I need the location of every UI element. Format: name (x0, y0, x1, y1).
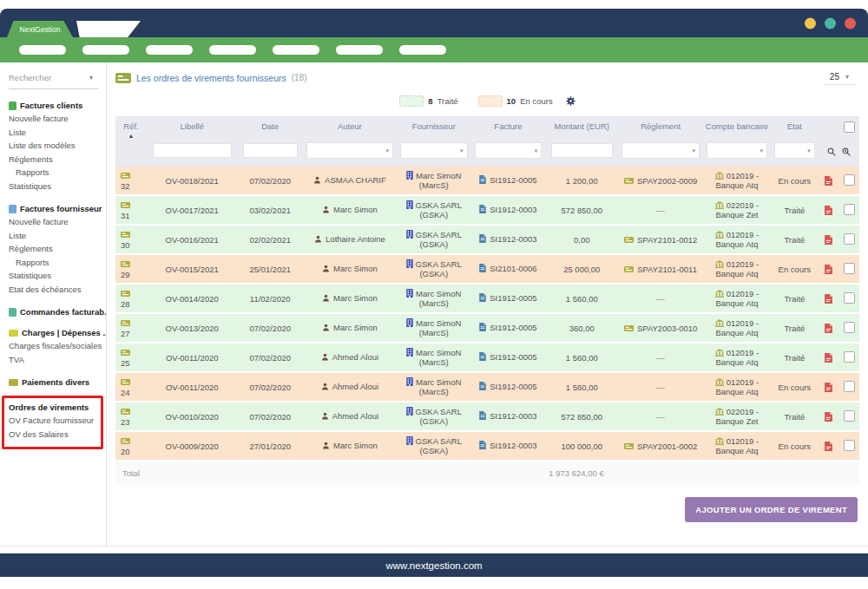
nav-pill[interactable] (273, 45, 319, 55)
sidebar-item[interactable]: Règlements (9, 242, 106, 256)
window-close-dot[interactable] (845, 17, 856, 29)
nav-pill[interactable] (399, 45, 446, 55)
order-row[interactable]: 24 OV-0011/2020 07/02/2020 Ahmed Aloui M… (115, 372, 859, 402)
order-row[interactable]: 28 OV-0014/2020 11/02/2020 Marc Simon Ma… (115, 284, 859, 313)
app-window: NextGestion Rechercher ▾ Factures client… (0, 9, 868, 577)
sidebar-item[interactable]: Rapports (9, 256, 106, 270)
window-maximize-dot[interactable] (825, 17, 836, 29)
pdf-icon[interactable] (825, 235, 832, 245)
col-fournisseur[interactable]: Fournisseur (397, 116, 471, 141)
col-libelle[interactable]: Libellé (147, 116, 238, 141)
person-icon (314, 235, 322, 243)
row-checkbox[interactable] (844, 233, 855, 245)
add-transfer-order-button[interactable]: AJOUTER UN ORDRE DE VIREMENT (685, 497, 858, 522)
filter-montant-input[interactable] (551, 143, 613, 158)
sidebar-item[interactable]: TVA (9, 353, 106, 367)
sidebar-section: Charges | Dépenses ...Charges fiscales/s… (9, 328, 106, 366)
row-checkbox[interactable] (844, 351, 855, 363)
sidebar-item[interactable]: OV Facture fournisseur (9, 414, 97, 428)
pdf-icon[interactable] (825, 442, 832, 451)
etat-cell: Traité (771, 343, 819, 372)
pdf-icon[interactable] (825, 324, 832, 333)
filter-facture-select[interactable]: ▾ (475, 142, 542, 159)
sidebar-item[interactable]: Nouvelle facture (9, 112, 106, 126)
sidebar-search-select[interactable]: Rechercher ▾ (9, 69, 98, 89)
sidebar-item[interactable]: Statistiques (9, 180, 106, 193)
nav-pill[interactable] (82, 45, 129, 55)
nav-pill[interactable] (19, 45, 66, 55)
sidebar-item[interactable]: OV des Salaires (9, 428, 97, 442)
gear-icon[interactable] (566, 96, 575, 106)
order-row[interactable]: 25 OV-0011/2020 07/02/2020 Ahmed Aloui M… (115, 343, 859, 372)
table-header-row: Réf.▲ Libellé Date Auteur Fournisseur Fa… (115, 116, 859, 141)
col-facture[interactable]: Facture (471, 116, 546, 141)
filter-etat-select[interactable]: ▾ (774, 142, 815, 159)
sidebar-item[interactable]: Nouvelle facture (9, 215, 106, 229)
sidebar-section-title[interactable]: Charges | Dépenses ... (9, 328, 106, 337)
row-checkbox[interactable] (844, 263, 855, 274)
filter-date-input[interactable] (243, 143, 298, 158)
sidebar-item[interactable]: Etat des échéances (9, 283, 106, 297)
row-checkbox[interactable] (844, 440, 855, 451)
sidebar-item[interactable]: Rapports (9, 166, 106, 180)
sidebar-item[interactable]: Charges fiscales/sociales (9, 339, 106, 353)
col-montant[interactable]: Montant (EUR) (545, 116, 618, 141)
building-icon (406, 230, 413, 239)
sidebar-section-title[interactable]: Factures clients (9, 101, 106, 110)
row-checkbox[interactable] (844, 204, 855, 215)
filter-libelle-input[interactable] (153, 143, 232, 158)
sidebar-section-title[interactable]: Ordres de virements (9, 402, 97, 412)
fournisseur-code: (GSKA) (398, 269, 470, 279)
search-icon[interactable] (827, 147, 836, 156)
sidebar-item[interactable]: Statistiques (9, 269, 106, 283)
order-row[interactable]: 29 OV-0015/2021 25/01/2021 Marc Simon GS… (115, 254, 859, 284)
filter-reglement-select[interactable]: ▾ (621, 142, 700, 159)
sidebar-section-title[interactable]: Commandes facturab... (9, 307, 106, 317)
filter-fournisseur-select[interactable]: ▾ (400, 142, 468, 159)
sidebar-item[interactable]: Liste des modèles (9, 139, 106, 153)
brand-tab[interactable]: NextGestion (7, 21, 73, 37)
select-all-checkbox[interactable] (844, 121, 855, 133)
order-row[interactable]: 20 OV-0009/2020 27/01/2020 Marc Simon GS… (115, 431, 859, 461)
col-auteur[interactable]: Auteur (303, 116, 397, 141)
col-etat[interactable]: État (771, 116, 819, 141)
pdf-icon[interactable] (825, 294, 832, 304)
nav-pill[interactable] (209, 45, 256, 55)
ref-number: 25 (121, 358, 145, 368)
pdf-icon[interactable] (825, 206, 832, 215)
sidebar-item[interactable]: Règlements (9, 153, 106, 167)
col-reglement[interactable]: Règlement (618, 116, 703, 141)
order-row[interactable]: 31 OV-0017/2021 03/02/2021 Marc Simon GS… (115, 195, 859, 225)
sort-asc-icon[interactable]: ▲ (117, 133, 145, 139)
nav-pill[interactable] (336, 45, 383, 55)
row-checkbox[interactable] (844, 174, 855, 186)
row-checkbox[interactable] (844, 410, 855, 422)
footer-bar: www.nextgestion.com (0, 553, 868, 577)
clear-search-icon[interactable] (842, 147, 851, 156)
order-row[interactable]: 30 OV-0016/2021 02/02/2021 Lothaire Anto… (115, 225, 859, 254)
window-minimize-dot[interactable] (805, 17, 816, 29)
pdf-icon[interactable] (825, 383, 832, 392)
page-size-select[interactable]: 25 ▾ (823, 70, 856, 85)
filter-auteur-select[interactable]: ▾ (306, 142, 393, 159)
sidebar-item[interactable]: Liste (9, 126, 106, 140)
order-row[interactable]: 32 OV-0018/2021 07/02/2020 ASMAA CHARIF … (115, 167, 859, 195)
row-checkbox[interactable] (844, 381, 855, 392)
filter-compte-select[interactable]: ▾ (707, 142, 767, 159)
pdf-icon[interactable] (825, 176, 832, 186)
row-checkbox[interactable] (844, 322, 855, 333)
sidebar-section-title[interactable]: Factures fournisseur (9, 204, 106, 213)
sidebar-section-title[interactable]: Paiements divers (9, 377, 106, 387)
pdf-icon[interactable] (825, 353, 832, 363)
sidebar-item[interactable]: Liste (9, 229, 106, 243)
footer-url-link[interactable]: www.nextgestion.com (385, 560, 482, 571)
col-date[interactable]: Date (238, 116, 303, 141)
nav-pill[interactable] (146, 45, 193, 55)
row-checkbox[interactable] (844, 292, 855, 304)
order-row[interactable]: 23 OV-0010/2020 07/02/2020 Ahmed Aloui G… (115, 402, 859, 431)
order-row[interactable]: 27 OV-0013/2020 07/02/2020 Marc Simon Ma… (115, 313, 859, 343)
pdf-icon[interactable] (825, 265, 832, 274)
col-ref[interactable]: Réf.▲ (115, 116, 147, 141)
pdf-icon[interactable] (825, 412, 832, 422)
col-compte-bancaire[interactable]: Compte bancaire (703, 116, 771, 141)
